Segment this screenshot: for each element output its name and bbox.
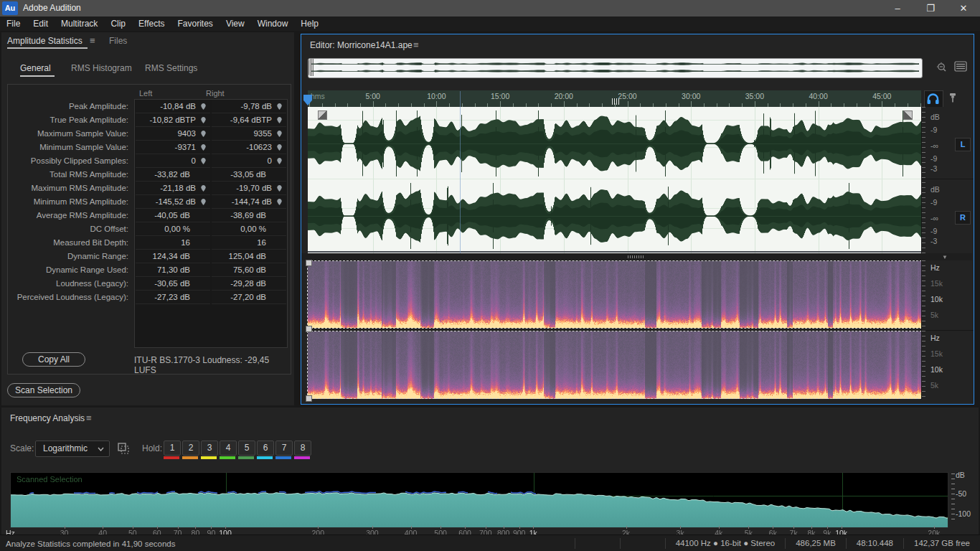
app-title: Adobe Audition [23,3,81,13]
frequency-plot-canvas[interactable] [11,473,948,527]
tab-editor[interactable]: Editor: Morricone14A1.ape [310,40,413,50]
panel-menu-icon[interactable]: ≡ [90,37,95,45]
value-pin-icon[interactable] [276,157,283,165]
spectral-selection-handle[interactable] [306,260,312,266]
hold-button-5[interactable]: 5 [238,441,255,456]
tab-amplitude-statistics[interactable]: Amplitude Statistics [7,36,83,46]
menu-multitrack[interactable]: Multitrack [55,17,104,31]
ruler-minute-tick [373,101,374,107]
menu-effects[interactable]: Effects [132,17,171,31]
stat-value-right: 0,00 % [240,225,266,233]
value-pin-icon[interactable] [276,198,283,206]
selection-handle-right[interactable] [903,110,913,120]
zoom-navigator[interactable] [308,58,923,78]
subtab-rms-histogram[interactable]: RMS Histogram [71,63,132,73]
value-pin-icon[interactable] [276,130,283,138]
stat-value-left: -9371 [175,143,196,151]
hold-button-7[interactable]: 7 [275,441,293,456]
table-row: Peak Amplitude:-10,84 dB-9,78 dB [8,100,291,113]
minimize-button[interactable]: – [881,0,914,17]
channel-badge-left[interactable]: L [955,138,971,151]
copy-all-button[interactable]: Copy All [22,352,85,367]
panel-menu-icon[interactable]: ≡ [86,414,92,423]
channel-badge-right[interactable]: R [955,211,971,225]
scan-selection-button[interactable]: Scan Selection [7,383,80,397]
close-button[interactable]: ✕ [947,0,980,17]
hold-button-8[interactable]: 8 [294,441,311,456]
menu-view[interactable]: View [220,17,251,31]
stat-cell-right: 125,04 dB [212,250,286,263]
chevron-down-icon[interactable]: ▼ [942,254,948,260]
stat-value-left: 0 [192,156,196,165]
spectrogram-canvas-left[interactable] [308,261,921,328]
menu-window[interactable]: Window [251,17,295,31]
ruler-minute-tick [882,101,882,107]
spectrogram-canvas-right[interactable] [308,331,921,399]
value-pin-icon[interactable] [200,198,207,206]
scale-dropdown[interactable]: Logarithmic [35,441,110,457]
menu-file[interactable]: File [0,17,27,31]
monitor-toggle[interactable] [924,90,943,108]
value-pin-icon[interactable] [276,116,283,124]
spectral-selection-handle[interactable] [306,326,312,332]
value-pin-icon[interactable] [276,103,283,110]
stat-label: Minimum Sample Value: [39,143,128,151]
menu-help[interactable]: Help [294,17,325,31]
subtab-rms-settings[interactable]: RMS Settings [145,63,197,73]
hold-button-6[interactable]: 6 [257,441,274,456]
stat-cell-left: 0 [136,154,210,168]
spectral-selection-handle[interactable] [306,395,312,402]
value-pin-icon[interactable] [200,130,207,138]
timeline-ruler[interactable]: hms 5:0010:0015:0020:0025:0030:0035:0040… [308,90,921,107]
value-pin-icon[interactable] [200,103,207,110]
wave-spectral-splitter[interactable] [301,253,972,260]
tab-files[interactable]: Files [109,36,127,46]
marker-tick[interactable] [616,98,617,105]
status-spacer [620,538,665,549]
waveform-canvas[interactable] [308,107,921,253]
adobe-audition-window: Au Adobe Audition – ❐ ✕ FileEditMultitra… [0,0,980,551]
db-ruler-label: -9 [930,198,937,207]
frequency-plot[interactable]: Scanned Selection [10,472,948,528]
stat-cell-right: -27,20 dB [212,291,286,304]
spectral-display-left[interactable] [308,261,921,328]
splitter-grip[interactable] [628,255,644,258]
spectral-display-right[interactable] [308,331,921,398]
itu-loudness-value: ITU-R BS.1770-3 Loudness: -29,45 LUFS [134,355,291,375]
navigator-overview-waveform[interactable] [308,59,922,76]
menu-edit[interactable]: Edit [27,17,55,31]
value-pin-icon[interactable] [200,157,207,165]
value-pin-icon[interactable] [276,143,283,151]
pin-icon[interactable] [948,92,958,103]
axis-label-minus100: -100 [956,509,971,518]
selection-handle-left[interactable] [318,110,327,120]
value-pin-icon[interactable] [200,184,207,192]
frequency-plot-db-axis: dB -50 -100 [948,471,979,528]
ruler-time-label: 5:00 [365,92,380,100]
restore-button[interactable]: ❐ [914,0,947,17]
value-pin-icon[interactable] [200,116,207,124]
hold-button-2[interactable]: 2 [182,441,199,456]
marker-tick[interactable] [612,98,613,105]
editor-panel-menu-icon[interactable]: ≡ [413,41,419,50]
copy-graph-icon[interactable] [116,441,130,455]
value-pin-icon[interactable] [200,143,207,151]
waveform-display[interactable] [308,107,921,253]
ruler-time-label: 25:00 [618,92,636,100]
tab-frequency-analysis[interactable]: Frequency Analysis [10,413,85,423]
hold-button-4[interactable]: 4 [220,441,237,456]
subtab-general[interactable]: General [20,63,51,73]
hz-ruler-label: 10k [930,295,943,303]
hold-button-3[interactable]: 3 [201,441,218,456]
table-row: DC Offset:0,00 %0,00 % [8,222,291,236]
hold-button-1[interactable]: 1 [164,441,181,456]
stat-label: Average RMS Amplitude: [37,211,128,220]
value-pin-icon[interactable] [276,184,283,192]
channel-divider[interactable] [308,251,921,253]
editor-display-settings-icon[interactable] [954,61,967,72]
ruler-time-label: 20:00 [555,92,573,100]
menu-favorites[interactable]: Favorites [171,17,220,31]
menu-clip[interactable]: Clip [104,17,132,31]
zoom-full-icon[interactable] [936,61,948,74]
stat-cell-right: -9,78 dB [212,100,286,113]
